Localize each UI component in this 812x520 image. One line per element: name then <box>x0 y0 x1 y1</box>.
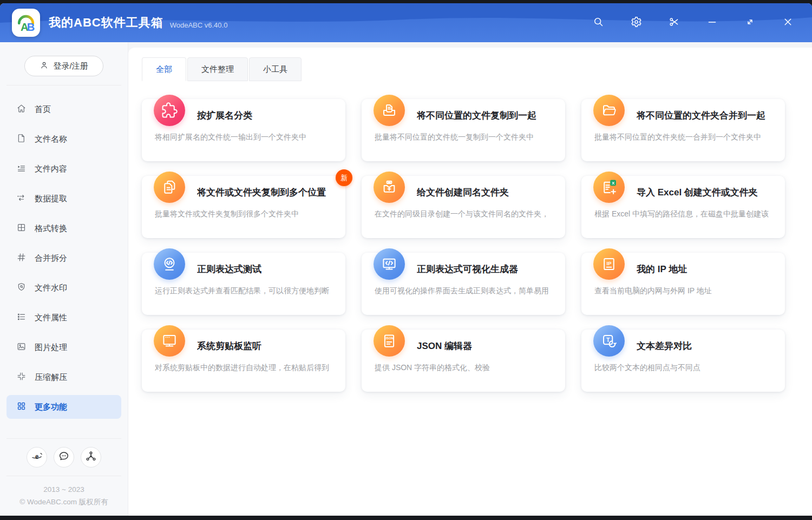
settings-button[interactable] <box>625 11 647 34</box>
tab-all[interactable]: 全部 <box>142 57 186 81</box>
sidebar-item-label: 文件水印 <box>35 283 67 293</box>
regex-visual-generator-icon <box>374 248 405 280</box>
sidebar-item-label: 文件名称 <box>35 134 67 144</box>
card-title: 正则表达式可视化生成器 <box>417 264 556 275</box>
sidebar-item-format-convert[interactable]: 格式转换 <box>6 216 121 240</box>
card-desc: 使用可视化的操作界面去生成正则表达式，简单易用 <box>375 285 562 296</box>
sidebar-item-label: 数据提取 <box>35 194 67 204</box>
tool-card-clipboard-monitor[interactable]: 系统剪贴板监听 对系统剪贴板中的数据进行自动处理，在粘贴后得到 <box>142 330 345 392</box>
tool-card-regex-test[interactable]: 正则表达式测试 运行正则表达式并查看匹配结果，可以很方便地判断 <box>142 253 345 315</box>
home-icon <box>16 103 27 115</box>
sidebar-item-file-content[interactable]: 文件内容 <box>6 157 121 181</box>
grid-more-icon <box>16 401 27 413</box>
sidebar-item-file-name[interactable]: 文件名称 <box>6 127 121 151</box>
sidebar-item-label: 格式转换 <box>35 223 67 234</box>
card-desc: 批量将文件或文件夹复制到很多个文件夹中 <box>155 208 342 219</box>
sidebar-item-compress[interactable]: 压缩解压 <box>6 365 121 389</box>
close-button[interactable] <box>776 11 799 34</box>
card-title: 将文件或文件夹复制到多个位置 <box>197 187 337 199</box>
search-icon <box>593 16 604 30</box>
sidebar-item-file-attributes[interactable]: 文件属性 <box>6 306 121 330</box>
sidebar-item-merge-split[interactable]: 合并拆分 <box>6 246 121 270</box>
app-window: A B 我的ABC软件工具箱 WodeABC v6.40.0 <box>0 3 812 516</box>
card-title: 系统剪贴板监听 <box>197 340 337 352</box>
ie-browser-icon: e <box>31 450 43 464</box>
titlebar: A B 我的ABC软件工具箱 WodeABC v6.40.0 <box>0 3 812 42</box>
card-title: 导入 Excel 创建文件或文件夹 <box>637 187 776 199</box>
login-register-button[interactable]: 登录/注册 <box>24 56 103 76</box>
ie-browser-button[interactable]: e <box>27 447 47 468</box>
sidebar-item-more-features[interactable]: 更多功能 <box>6 395 121 419</box>
feedback-button[interactable] <box>54 447 74 468</box>
screenshot-button[interactable] <box>663 11 685 34</box>
sidebar-item-home[interactable]: 首页 <box>6 97 121 121</box>
titlebar-actions <box>587 11 812 34</box>
card-desc: 批量将不同位置的文件夹统一合并到一个文件夹中 <box>594 131 782 142</box>
sidebar-item-label: 图片处理 <box>35 343 67 353</box>
sidebar-divider <box>6 85 121 85</box>
sidebar-item-data-extract[interactable]: 数据提取 <box>6 187 121 210</box>
card-desc: 根据 Excel 中填写的路径信息，在磁盘中批量创建该 <box>594 208 782 219</box>
card-title: 将不同位置的文件复制到一起 <box>417 110 556 122</box>
logo-letter-b: B <box>27 21 35 33</box>
excel-x-letter: X <box>612 181 615 186</box>
json-letters: JSON <box>385 337 394 340</box>
card-title: 将不同位置的文件夹合并到一起 <box>637 110 776 122</box>
tool-card-classify-by-extension[interactable]: 按扩展名分类 将相同扩展名的文件统一输出到一个文件夹中 <box>142 99 345 161</box>
classify-by-extension-icon <box>154 95 185 126</box>
minimize-button[interactable] <box>700 11 723 34</box>
file-content-icon <box>16 163 27 175</box>
tool-cards-grid: 按扩展名分类 将相同扩展名的文件统一输出到一个文件夹中 将不同位置的文件复制到一… <box>142 99 785 392</box>
chat-bubble-icon <box>58 450 70 464</box>
file-attributes-icon <box>16 312 27 324</box>
tool-card-json-editor[interactable]: JSON JSON 编辑器 提供 JSON 字符串的格式化、校验 <box>362 330 565 392</box>
share-button[interactable] <box>81 447 101 468</box>
tool-card-my-ip[interactable]: IP 我的 IP 地址 查看当前电脑的内网与外网 IP 地址 <box>581 253 785 315</box>
close-icon <box>782 16 794 30</box>
card-desc: 比较两个文本的相同点与不同点 <box>594 362 782 373</box>
ip-letters: IP <box>607 261 612 266</box>
card-desc: 对系统剪贴板中的数据进行自动处理，在粘贴后得到 <box>155 362 342 373</box>
sidebar-quick-links: e <box>0 439 128 476</box>
copy-files-together-icon <box>374 95 405 126</box>
card-desc: 运行正则表达式并查看匹配结果，可以很方便地判断 <box>155 285 342 296</box>
sidebar-item-watermark[interactable]: 文件水印 <box>6 276 121 300</box>
sidebar-item-image-process[interactable]: 图片处理 <box>6 335 121 359</box>
excel-import-icon: X <box>593 172 625 203</box>
copyright: 2013 ~ 2023 © WodeABC.com 版权所有 <box>0 476 128 508</box>
merge-folders-icon <box>593 95 625 126</box>
tool-card-text-diff[interactable]: T 文本差异对比 比较两个文本的相同点与不同点 <box>581 330 785 392</box>
tool-card-copy-to-multiple[interactable]: 新 将文件或文件夹复制到多个位置 批量将文件或文件夹复制到很多个文件夹中 <box>142 176 345 238</box>
sidebar-item-label: 合并拆分 <box>35 253 67 264</box>
card-title: 给文件创建同名文件夹 <box>417 187 556 199</box>
scissors-icon <box>669 16 680 30</box>
json-editor-icon: JSON <box>374 325 405 357</box>
category-tabs: 全部 文件整理 小工具 <box>142 57 785 81</box>
tool-card-copy-files-together[interactable]: 将不同位置的文件复制到一起 批量将不同位置的文件统一复制到一个文件夹中 <box>362 99 565 161</box>
tool-card-create-same-name-folder[interactable]: 给文件创建同名文件夹 在文件的同级目录创建一个与该文件同名的文件夹， <box>362 176 565 238</box>
merge-split-icon <box>16 252 27 264</box>
tool-card-merge-folders[interactable]: 将不同位置的文件夹合并到一起 批量将不同位置的文件夹统一合并到一个文件夹中 <box>581 99 785 161</box>
login-register-label: 登录/注册 <box>53 61 88 71</box>
share-network-icon <box>85 450 97 464</box>
tool-card-regex-visual-generator[interactable]: 正则表达式可视化生成器 使用可视化的操作界面去生成正则表达式，简单易用 <box>362 253 565 315</box>
copyright-years: 2013 ~ 2023 <box>0 483 128 496</box>
tab-file-organize[interactable]: 文件整理 <box>187 57 248 81</box>
copy-to-multiple-icon <box>154 172 185 203</box>
sidebar-item-label: 文件内容 <box>35 164 67 174</box>
tool-card-excel-import[interactable]: X 导入 Excel 创建文件或文件夹 根据 Excel 中填写的路径信息，在磁… <box>581 176 785 238</box>
main-area: 全部 文件整理 小工具 按扩展名分类 将相同扩展名的文件统一输出到一个文件夹中 <box>128 42 812 516</box>
card-title: 按扩展名分类 <box>197 110 337 122</box>
card-desc: 在文件的同级目录创建一个与该文件同名的文件夹， <box>375 208 562 219</box>
text-diff-icon: T <box>593 325 625 357</box>
new-badge: 新 <box>336 169 352 186</box>
maximize-icon <box>744 16 756 30</box>
watermark-shield-icon <box>16 282 27 294</box>
copyright-owner: © WodeABC.com 版权所有 <box>0 496 128 508</box>
maximize-button[interactable] <box>738 11 761 34</box>
data-extract-icon <box>16 193 27 205</box>
tab-small-tools[interactable]: 小工具 <box>249 57 302 81</box>
app-version: WodeABC v6.40.0 <box>170 21 228 29</box>
sidebar-nav: 首页 文件名称 文件内容 数据提取 格式转换 <box>0 97 128 425</box>
search-button[interactable] <box>587 11 610 34</box>
